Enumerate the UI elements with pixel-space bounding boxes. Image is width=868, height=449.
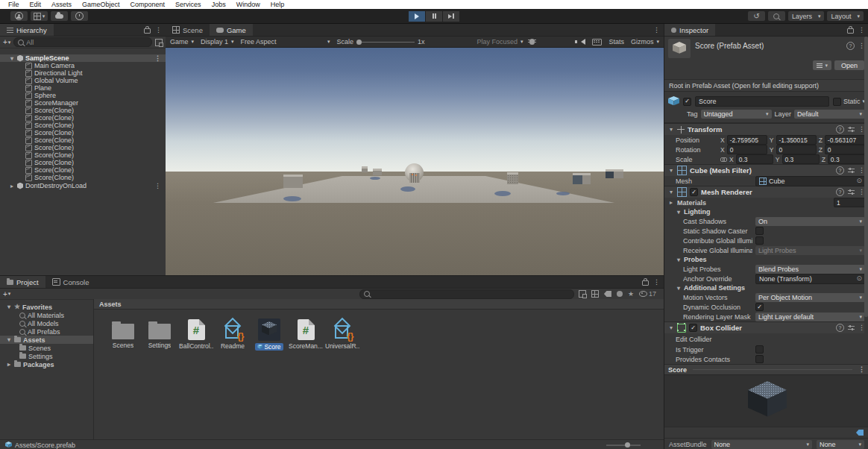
display-dropdown[interactable]: Display 1▾ bbox=[201, 38, 234, 45]
saved-search-icon[interactable]: ★ bbox=[628, 291, 634, 298]
number-field[interactable]: -1.350015 bbox=[776, 135, 817, 145]
hierarchy-search-input[interactable]: All bbox=[13, 37, 152, 47]
help-icon[interactable]: ? bbox=[836, 188, 844, 196]
checkbox[interactable]: ✓ bbox=[755, 303, 764, 311]
menu-edit[interactable]: Edit bbox=[25, 1, 47, 8]
menu-kebab-icon[interactable]: ⋮ bbox=[155, 27, 162, 34]
menu-assets[interactable]: Assets bbox=[46, 1, 77, 8]
static-checkbox[interactable] bbox=[833, 98, 841, 106]
transform-header[interactable]: ▾ Transform ?⋮ bbox=[664, 123, 868, 135]
hidden-count-toggle[interactable]: 17 bbox=[639, 290, 656, 298]
property-row-light-probes[interactable]: Light ProbesBlend Probes▾ bbox=[664, 264, 868, 274]
menu-kebab-icon[interactable]: ⋮ bbox=[653, 27, 660, 34]
asset-tile-scenes[interactable]: Scenes bbox=[109, 318, 137, 351]
inspector-scrollbar[interactable] bbox=[864, 37, 868, 362]
preview-resize-grip[interactable] bbox=[693, 369, 852, 370]
search-by-bundle-icon[interactable] bbox=[617, 291, 623, 297]
preset-icon[interactable] bbox=[848, 189, 855, 195]
box-collider-header[interactable]: ▾ ✓ Box Collider ?⋮ bbox=[664, 321, 868, 333]
dropdown[interactable]: Light Probes▾ bbox=[755, 246, 865, 255]
hierarchy-item[interactable]: ScoreManager bbox=[0, 99, 166, 107]
mute-audio-icon[interactable] bbox=[581, 39, 585, 45]
menu-kebab-icon[interactable]: ⋮ bbox=[154, 55, 166, 62]
tree-item-favorites[interactable]: ▾★Favorites bbox=[0, 303, 93, 311]
menu-jobs[interactable]: Jobs bbox=[207, 1, 231, 8]
foldout-icon[interactable]: ▾ bbox=[676, 285, 682, 292]
menu-gameobject[interactable]: GameObject bbox=[77, 1, 125, 8]
asset-tile-universalr[interactable]: {}UniversalR... bbox=[328, 318, 356, 351]
mesh-filter-header[interactable]: ▾ Cube (Mesh Filter) ?⋮ bbox=[664, 164, 868, 176]
tree-item-all-prefabs[interactable]: All Prefabs bbox=[0, 327, 93, 336]
number-field[interactable]: 0 bbox=[825, 145, 865, 154]
lock-icon[interactable] bbox=[847, 28, 854, 34]
vsync-icon[interactable] bbox=[592, 39, 602, 45]
dropdown[interactable]: On▾ bbox=[755, 217, 865, 226]
hierarchy-item[interactable]: Score(Clone) bbox=[0, 122, 166, 129]
hierarchy-item-dontdestroyonload[interactable]: ▸ DontDestroyOnLoad ⋮ bbox=[0, 182, 166, 189]
hierarchy-item[interactable]: Score(Clone) bbox=[0, 151, 166, 159]
hierarchy-item[interactable]: Score(Clone) bbox=[0, 129, 166, 136]
assetbundle-dropdown[interactable]: None▾ bbox=[711, 440, 812, 449]
menu-file[interactable]: File bbox=[3, 1, 25, 8]
link-scale-icon[interactable] bbox=[720, 157, 726, 161]
layout-dropdown[interactable]: Layout▾ bbox=[827, 11, 864, 21]
asset-tile-scoreman[interactable]: #ScoreMan... bbox=[292, 318, 320, 351]
group-additional-settings[interactable]: ▾Additional Settings bbox=[664, 283, 868, 292]
menu-help[interactable]: Help bbox=[265, 1, 290, 8]
number-field[interactable]: 1 bbox=[834, 198, 865, 207]
hierarchy-item[interactable]: Directional Light bbox=[0, 69, 166, 77]
game-target-dropdown[interactable]: Game▾ bbox=[170, 38, 194, 45]
tree-item-settings[interactable]: Settings bbox=[0, 352, 93, 360]
undo-history-button[interactable] bbox=[71, 11, 88, 21]
search-by-type-icon[interactable] bbox=[591, 290, 599, 298]
property-row-dynamic-occlusion[interactable]: Dynamic Occlusion✓ bbox=[664, 302, 868, 312]
help-icon[interactable]: ? bbox=[836, 166, 844, 175]
hierarchy-item[interactable]: Main Camera bbox=[0, 62, 166, 69]
hierarchy-item[interactable]: Score(Clone) bbox=[0, 166, 166, 174]
stats-button[interactable]: Stats bbox=[608, 38, 624, 45]
asset-tile-score[interactable]: Score bbox=[255, 318, 283, 351]
menu-window[interactable]: Window bbox=[231, 1, 265, 8]
history-button[interactable]: ↺ bbox=[748, 11, 765, 21]
menu-component[interactable]: Component bbox=[125, 1, 171, 8]
dropdown[interactable]: Blend Probes▾ bbox=[755, 265, 865, 274]
create-button[interactable]: +▾ bbox=[3, 38, 10, 46]
hierarchy-item[interactable]: Sphere bbox=[0, 92, 166, 99]
checkbox[interactable] bbox=[755, 355, 764, 363]
property-row-contribute-global-illumination[interactable]: Contribute Global Illumination bbox=[664, 236, 868, 245]
foldout-icon[interactable]: ▸ bbox=[6, 361, 12, 368]
preview-header[interactable]: Score ⋮ bbox=[664, 364, 868, 374]
asset-tile-ballcontrol[interactable]: #BallControl... bbox=[182, 318, 210, 351]
component-enabled-checkbox[interactable]: ✓ bbox=[690, 188, 698, 196]
layer-dropdown[interactable]: Default▾ bbox=[794, 110, 865, 119]
menu-kebab-icon[interactable]: ⋮ bbox=[858, 366, 865, 373]
foldout-icon[interactable]: ▾ bbox=[676, 257, 682, 263]
account-button[interactable] bbox=[10, 11, 28, 21]
version-control-button[interactable]: ▾ bbox=[31, 11, 48, 21]
menu-kebab-icon[interactable]: ⋮ bbox=[154, 183, 166, 189]
property-row-mesh[interactable]: MeshCube⊙ bbox=[664, 176, 868, 186]
property-row-materials[interactable]: ▸Materials1 bbox=[664, 198, 868, 207]
asset-tile-readme[interactable]: {}Readme bbox=[218, 318, 247, 351]
object-picker-icon[interactable]: ⊙ bbox=[856, 275, 862, 282]
create-button[interactable]: +▾ bbox=[3, 290, 10, 298]
checkbox[interactable] bbox=[755, 227, 764, 235]
property-row-cast-shadows[interactable]: Cast ShadowsOn▾ bbox=[664, 216, 868, 226]
property-row-is-trigger[interactable]: Is Trigger bbox=[664, 345, 868, 354]
scale-slider-knob[interactable] bbox=[356, 40, 362, 45]
preset-icon[interactable] bbox=[848, 127, 855, 132]
scale-slider[interactable]: Scale 1x bbox=[337, 38, 425, 45]
cloud-button[interactable] bbox=[51, 11, 68, 21]
checkbox[interactable] bbox=[755, 236, 764, 245]
foldout-icon[interactable]: ▾ bbox=[668, 167, 674, 174]
property-row-rotation[interactable]: RotationX0Y0Z0 bbox=[664, 145, 868, 154]
lock-icon[interactable] bbox=[144, 28, 151, 34]
menu-kebab-icon[interactable]: ⋮ bbox=[858, 27, 865, 34]
foldout-icon[interactable]: ▾ bbox=[668, 126, 674, 133]
tab-console[interactable]: Console bbox=[45, 276, 96, 288]
property-row-provides-contacts[interactable]: Provides Contacts bbox=[664, 354, 868, 364]
menu-kebab-icon[interactable]: ⋮ bbox=[653, 279, 660, 286]
open-in-search-icon[interactable] bbox=[579, 290, 586, 298]
component-enabled-checkbox[interactable]: ✓ bbox=[689, 324, 697, 332]
play-focused-dropdown[interactable]: Play Focused▾ bbox=[477, 38, 523, 45]
